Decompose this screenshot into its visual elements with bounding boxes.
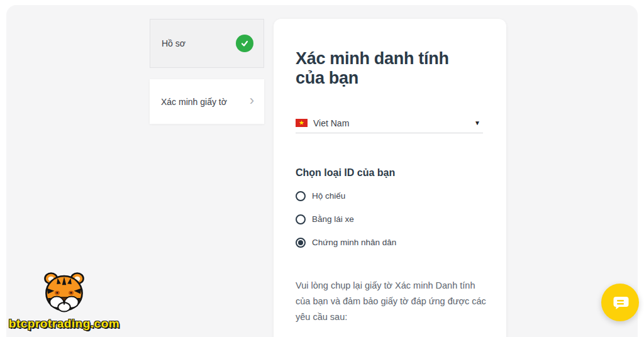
tiger-logo-icon bbox=[40, 269, 89, 316]
watermark-text: btcprotrading.com bbox=[9, 317, 119, 331]
instructions-text: Vui lòng chụp lại giấy tờ Xác minh Danh … bbox=[296, 278, 487, 325]
radio-label: Chứng minh nhân dân bbox=[312, 238, 396, 247]
vietnam-flag-icon bbox=[296, 119, 308, 127]
app-background: Hồ sơ Xác minh giấy tờ › Xác minh danh t… bbox=[6, 5, 638, 337]
radio-option-passport[interactable]: Hộ chiếu bbox=[296, 191, 396, 201]
chat-widget-button[interactable] bbox=[601, 284, 639, 321]
radio-label: Bằng lái xe bbox=[312, 214, 354, 224]
chevron-right-icon: › bbox=[250, 94, 254, 109]
country-select[interactable]: Viet Nam ▼ bbox=[296, 113, 483, 133]
chat-bubble-icon bbox=[611, 293, 630, 312]
caret-down-icon: ▼ bbox=[474, 119, 483, 126]
radio-icon[interactable] bbox=[296, 214, 306, 224]
sidebar-item-profile[interactable]: Hồ sơ bbox=[150, 19, 264, 68]
id-type-radio-group: Hộ chiếu Bằng lái xe Chứng minh nhân dân bbox=[296, 191, 396, 248]
document-step-label: Xác minh giấy tờ bbox=[161, 97, 227, 107]
radio-option-drivers-license[interactable]: Bằng lái xe bbox=[296, 214, 396, 224]
id-type-heading: Chọn loại ID của bạn bbox=[296, 167, 395, 179]
radio-option-national-id[interactable]: Chứng minh nhân dân bbox=[296, 237, 396, 248]
page-title: Xác minh danh tính của bạn bbox=[296, 49, 481, 88]
radio-icon[interactable] bbox=[296, 191, 306, 201]
identity-verification-panel: Xác minh danh tính của bạn Viet Nam ▼ Ch… bbox=[274, 19, 506, 337]
profile-step-label: Hồ sơ bbox=[162, 38, 186, 48]
site-watermark: btcprotrading.com bbox=[14, 269, 114, 331]
radio-label: Hộ chiếu bbox=[312, 191, 345, 201]
selected-country-label: Viet Nam bbox=[313, 118, 474, 128]
radio-icon[interactable] bbox=[296, 238, 306, 248]
sidebar-item-document-verification[interactable]: Xác minh giấy tờ › bbox=[150, 79, 264, 124]
check-circle-icon bbox=[236, 35, 253, 52]
